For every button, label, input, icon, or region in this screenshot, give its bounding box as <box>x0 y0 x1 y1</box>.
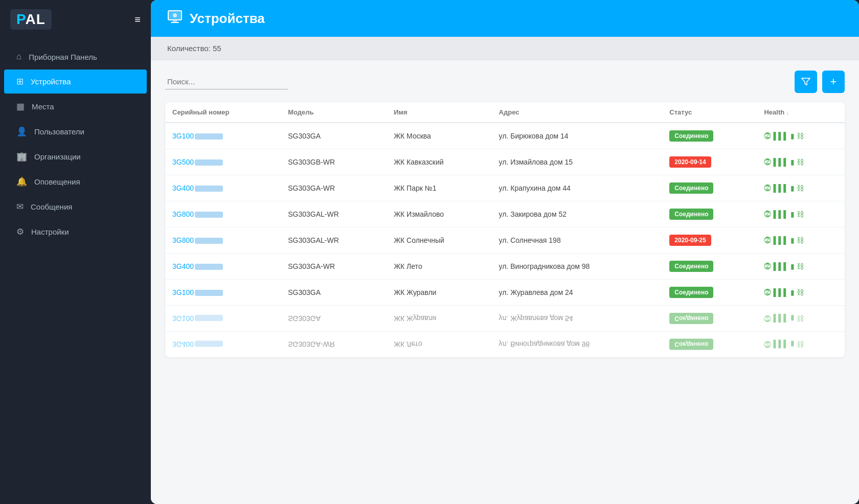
battery-icon: ⓶ <box>764 210 771 218</box>
app-logo: PAL <box>10 9 52 30</box>
power-icon: ▮ <box>790 340 795 349</box>
link-icon: ⛓ <box>797 210 804 218</box>
signal-icon: ▌▌▌ <box>773 132 788 140</box>
sidebar-item-label: Приборная Панель <box>29 53 97 61</box>
table-row[interactable]: 3G800SG303GAL-WRЖК Солнечныйул. Солнечна… <box>165 227 845 254</box>
device-model: SG303GAL-WR <box>281 227 387 254</box>
device-model: SG303GA-WR <box>281 254 387 280</box>
power-icon: ▮ <box>790 314 795 323</box>
places-icon: ▦ <box>16 101 25 112</box>
dashboard-icon: ⌂ <box>16 52 21 62</box>
device-name: ЖК Москва <box>387 123 491 149</box>
serial-link[interactable]: 3G100 <box>172 288 194 296</box>
link-icon: ⛓ <box>797 314 804 323</box>
device-model: SG303GA <box>281 280 387 306</box>
serial-link[interactable]: 3G500 <box>172 158 194 166</box>
sidebar-item-label: Места <box>32 102 54 111</box>
table-row[interactable]: 3G100SG303GAЖК Журавлиул. Журавлева дом … <box>165 306 845 332</box>
svg-rect-1 <box>173 20 177 22</box>
signal-icon: ▌▌▌ <box>773 262 788 270</box>
sidebar-item-settings[interactable]: ⚙ Настройки <box>4 220 147 244</box>
device-address: ул. Виноградникова дом 98 <box>492 254 663 280</box>
link-icon: ⛓ <box>797 132 804 140</box>
sidebar-item-users[interactable]: 👤 Пользователи <box>4 120 147 144</box>
link-icon: ⛓ <box>797 340 804 349</box>
sidebar-item-messages[interactable]: ✉ Сообщения <box>4 195 147 219</box>
device-name: ЖК Лето <box>387 254 491 280</box>
sidebar-item-devices[interactable]: ⊞ Устройства <box>4 70 147 94</box>
power-icon: ▮ <box>790 236 795 244</box>
device-model: SG303GB-WR <box>281 149 387 175</box>
sidebar-item-dashboard[interactable]: ⌂ Приборная Панель <box>4 45 147 68</box>
serial-link[interactable]: 3G400 <box>172 340 194 349</box>
svg-point-3 <box>173 13 177 17</box>
signal-icon: ▌▌▌ <box>773 236 788 244</box>
device-model: SG303GA <box>281 123 387 149</box>
settings-icon: ⚙ <box>16 226 24 237</box>
col-name: Имя <box>387 102 491 123</box>
status-badge: Соединено <box>669 313 713 324</box>
device-name: ЖК Журавли <box>387 280 491 306</box>
device-address: ул. Измайлова дом 15 <box>492 149 663 175</box>
col-status: Статус <box>662 102 757 123</box>
status-badge: Соединено <box>669 209 713 220</box>
sidebar-item-label: Оповещения <box>34 177 80 186</box>
table-row[interactable]: 3G400SG303GA-WRЖК Летоул. Виноградникова… <box>165 332 845 358</box>
signal-icon: ▌▌▌ <box>773 210 788 218</box>
table-row[interactable]: 3G100SG303GAЖК Журавлиул. Журавлева дом … <box>165 280 845 306</box>
col-serial: Серийный номер <box>165 102 281 123</box>
main-content: Устройства Количество: 55 + <box>151 0 859 504</box>
svg-rect-2 <box>171 22 179 23</box>
serial-link[interactable]: 3G800 <box>172 210 194 218</box>
device-address: ул. Закирова дом 52 <box>492 201 663 227</box>
health-icons: ⓶ ▌▌▌ ▮ ⛓ <box>764 340 838 349</box>
count-bar: Количество: 55 <box>151 37 859 60</box>
page-header: Устройства <box>151 0 859 37</box>
device-name: ЖК Парк №1 <box>387 175 491 201</box>
device-name: ЖК Солнечный <box>387 227 491 254</box>
table-row[interactable]: 3G800SG303GAL-WRЖК Измайловоул. Закирова… <box>165 201 845 227</box>
content-area: + Серийный номер Модель Имя <box>151 60 859 504</box>
page-title: Устройства <box>190 11 265 27</box>
serial-link[interactable]: 3G800 <box>172 236 194 244</box>
sidebar-item-places[interactable]: ▦ Места <box>4 95 147 119</box>
link-icon: ⛓ <box>797 184 804 192</box>
menu-toggle-icon[interactable]: ≡ <box>134 14 141 26</box>
serial-link[interactable]: 3G400 <box>172 184 194 192</box>
sidebar-item-label: Настройки <box>31 227 69 236</box>
power-icon: ▮ <box>790 158 795 166</box>
table-row[interactable]: 3G400SG303GA-WRЖК Летоул. Виноградникова… <box>165 254 845 280</box>
health-icons: ⓶ ▌▌▌ ▮ ⛓ <box>764 210 838 218</box>
status-badge: 2020-09-25 <box>669 235 711 246</box>
table-header-row: Серийный номер Модель Имя Адрес Статус <box>165 102 845 123</box>
device-address: ул. Журавлева дом 24 <box>492 280 663 306</box>
health-icons: ⓶ ▌▌▌ ▮ ⛓ <box>764 288 838 296</box>
add-device-button[interactable]: + <box>822 71 845 93</box>
link-icon: ⛓ <box>797 262 804 270</box>
sidebar: PAL ≡ ⌂ Приборная Панель ⊞ Устройства ▦ … <box>0 0 151 504</box>
add-icon: + <box>830 76 837 87</box>
health-icons: ⓶ ▌▌▌ ▮ ⛓ <box>764 184 838 192</box>
sidebar-item-alerts[interactable]: 🔔 Оповещения <box>4 170 147 194</box>
device-count: Количество: 55 <box>167 44 221 53</box>
device-model: SG303GAL-WR <box>281 201 387 227</box>
table-row[interactable]: 3G500SG303GB-WRЖК Кавказскийул. Измайлов… <box>165 149 845 175</box>
devices-table: Серийный номер Модель Имя Адрес Статус <box>165 102 845 357</box>
device-address: ул. Бирюкова дом 14 <box>492 123 663 149</box>
filter-button[interactable] <box>795 71 817 93</box>
serial-link[interactable]: 3G100 <box>172 314 194 323</box>
device-model: SG303GA <box>281 306 387 332</box>
table-row[interactable]: 3G100SG303GAЖК Москваул. Бирюкова дом 14… <box>165 123 845 149</box>
device-name: ЖК Измайлово <box>387 201 491 227</box>
col-health[interactable]: Health <box>757 102 845 123</box>
battery-icon: ⓶ <box>764 184 771 192</box>
table-row[interactable]: 3G400SG303GA-WRЖК Парк №1ул. Крапухина д… <box>165 175 845 201</box>
status-badge: Соединено <box>669 261 713 272</box>
link-icon: ⛓ <box>797 288 804 296</box>
power-icon: ▮ <box>790 262 795 270</box>
sidebar-item-organizations[interactable]: 🏢 Организации <box>4 145 147 169</box>
search-input[interactable] <box>165 74 288 89</box>
serial-link[interactable]: 3G400 <box>172 262 194 270</box>
power-icon: ▮ <box>790 210 795 218</box>
serial-link[interactable]: 3G100 <box>172 132 194 140</box>
